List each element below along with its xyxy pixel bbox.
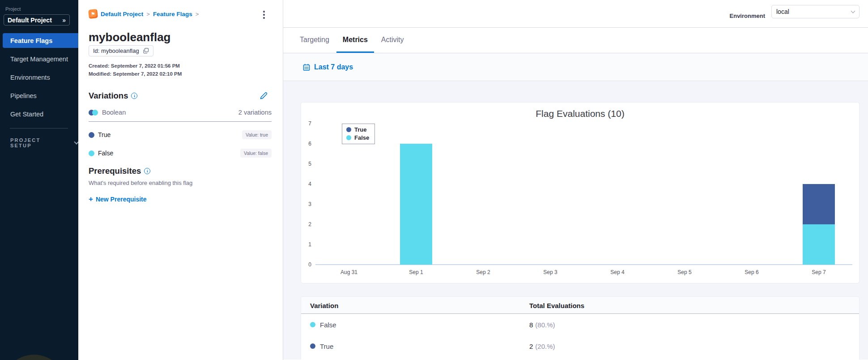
- evaluation-count: 8: [529, 321, 533, 329]
- y-axis-tick-label: 0: [301, 261, 311, 268]
- boolean-toggle-icon: [89, 110, 98, 116]
- sidebar-item-environments[interactable]: Environments: [0, 70, 78, 85]
- x-axis-tick-label: Sep 3: [530, 269, 570, 275]
- environment-select[interactable]: local: [771, 5, 859, 18]
- y-axis-tick-label: 5: [301, 160, 311, 167]
- prerequisites-heading: Prerequisites i: [89, 166, 150, 176]
- bar-segment-false: [400, 144, 432, 265]
- flag-tabs: TargetingMetricsActivity: [283, 28, 868, 53]
- sidebar: Project Default Project » Feature FlagsT…: [0, 0, 78, 360]
- new-prerequisite-button[interactable]: + New Prerequisite: [89, 196, 147, 203]
- y-axis-tick-label: 2: [301, 221, 311, 228]
- calendar-icon: [303, 64, 310, 71]
- variation-color-dot: [310, 343, 315, 349]
- breadcrumb-separator: >: [146, 11, 150, 17]
- flag-detail-panel: ⚑ Default Project > Feature Flags > mybo…: [78, 0, 283, 360]
- table-row: False8(80.%): [301, 314, 859, 335]
- chevron-down-icon: [74, 139, 78, 144]
- table-row: True2(20.%): [301, 335, 859, 357]
- y-axis-tick-label: 6: [301, 140, 311, 147]
- feature-flags-logo-icon: ⚑: [88, 9, 98, 19]
- bar-segment-true: [803, 184, 835, 224]
- help-bubble-button[interactable]: [2, 355, 66, 360]
- column-header-variation: Variation: [310, 297, 338, 314]
- x-axis-tick-label: Aug 31: [329, 269, 369, 275]
- date-range-picker[interactable]: Last 7 days: [283, 53, 868, 81]
- table-header-row: Variation Total Evaluations: [301, 297, 859, 314]
- app-window: Project Default Project » Feature FlagsT…: [0, 0, 868, 360]
- x-axis-tick-label: Sep 4: [597, 269, 638, 275]
- legend-color-dot: [346, 127, 351, 132]
- variations-heading: Variations i: [89, 91, 137, 101]
- legend-entry-false: False: [346, 134, 369, 141]
- tab-activity[interactable]: Activity: [375, 28, 410, 53]
- breadcrumb-separator: >: [196, 11, 199, 17]
- breadcrumb-project-link[interactable]: Default Project: [101, 11, 143, 17]
- variation-color-dot: [89, 150, 94, 156]
- variation-value-chip: Value: false: [240, 149, 272, 158]
- prerequisites-description: What's required before enabling this fla…: [89, 180, 192, 186]
- environment-header: Environment local: [283, 0, 868, 28]
- variation-name: True: [98, 131, 111, 138]
- x-axis-tick-label: Sep 1: [396, 269, 436, 275]
- x-axis-tick-label: Sep 7: [799, 269, 839, 275]
- tab-targeting[interactable]: Targeting: [294, 28, 336, 53]
- project-setup-label: PROJECT SETUP: [10, 137, 62, 148]
- variation-type-row: Boolean 2 variations: [89, 109, 272, 116]
- environment-select-value: local: [776, 8, 789, 15]
- flag-options-menu-button[interactable]: [259, 8, 269, 21]
- variation-name: False: [98, 150, 113, 157]
- evaluation-percent: (20.%): [535, 343, 555, 350]
- variation-row: TrueValue: true: [89, 130, 272, 139]
- project-selector[interactable]: Default Project »: [4, 14, 70, 26]
- chevron-down-icon: [851, 9, 855, 13]
- x-axis-tick-label: Sep 6: [732, 269, 772, 275]
- flag-id-chip: Id: mybooleanflag: [89, 45, 153, 56]
- variation-type-label: Boolean: [102, 109, 126, 116]
- expand-sidebar-icon[interactable]: »: [62, 17, 66, 24]
- breadcrumb-section-link[interactable]: Feature Flags: [153, 11, 192, 17]
- table-variation-name: True: [320, 343, 333, 350]
- breadcrumb: ⚑ Default Project > Feature Flags >: [89, 9, 199, 18]
- variations-divider: [89, 121, 272, 122]
- flag-title: mybooleanflag: [89, 30, 170, 44]
- main-panel: Environment local TargetingMetricsActivi…: [283, 0, 868, 360]
- project-label: Project: [5, 6, 21, 12]
- prerequisites-info-icon[interactable]: i: [144, 168, 150, 174]
- variation-value-chip: Value: true: [242, 130, 272, 139]
- legend-label: False: [354, 134, 369, 141]
- x-axis-tick-label: Sep 2: [463, 269, 503, 275]
- chart-legend: TrueFalse: [342, 124, 375, 144]
- sidebar-divider: [10, 128, 68, 129]
- evaluation-percent: (80.%): [535, 321, 555, 329]
- variation-row: FalseValue: false: [89, 149, 272, 158]
- sidebar-item-feature-flags[interactable]: Feature Flags: [3, 33, 78, 48]
- environment-label: Environment: [730, 13, 765, 19]
- project-setup-toggle[interactable]: PROJECT SETUP: [10, 137, 78, 148]
- x-axis-line: [315, 264, 852, 265]
- tab-metrics[interactable]: Metrics: [336, 28, 374, 53]
- x-axis-tick-label: Sep 5: [664, 269, 705, 275]
- flag-evaluations-chart: Flag Evaluations (10) TrueFalse 01234567…: [301, 103, 859, 283]
- modified-timestamp: Modified: September 7, 2022 02:10 PM: [89, 71, 182, 77]
- sidebar-item-pipelines[interactable]: Pipelines: [0, 88, 78, 103]
- flag-id-text: Id: mybooleanflag: [93, 47, 139, 54]
- sidebar-item-get-started[interactable]: Get Started: [0, 107, 78, 121]
- metrics-content: Flag Evaluations (10) TrueFalse 01234567…: [283, 81, 868, 360]
- plus-icon: +: [89, 196, 93, 202]
- chart-title: Flag Evaluations (10): [301, 108, 859, 119]
- bar-segment-false: [803, 224, 835, 265]
- date-range-label: Last 7 days: [314, 63, 353, 71]
- table-variation-name: False: [320, 321, 336, 329]
- evaluations-table: Variation Total Evaluations False8(80.%)…: [301, 297, 859, 360]
- variation-color-dot: [310, 322, 315, 327]
- variation-color-dot: [89, 132, 94, 138]
- variations-info-icon[interactable]: i: [131, 93, 137, 99]
- variation-count: 2 variations: [238, 109, 272, 116]
- y-axis-tick-label: 7: [301, 120, 311, 127]
- sidebar-item-target-management[interactable]: Target Management: [0, 51, 78, 66]
- sidebar-nav: Feature FlagsTarget ManagementEnvironmen…: [0, 33, 78, 125]
- edit-variations-icon[interactable]: [259, 91, 268, 100]
- legend-color-dot: [346, 135, 351, 140]
- copy-icon[interactable]: [143, 48, 149, 54]
